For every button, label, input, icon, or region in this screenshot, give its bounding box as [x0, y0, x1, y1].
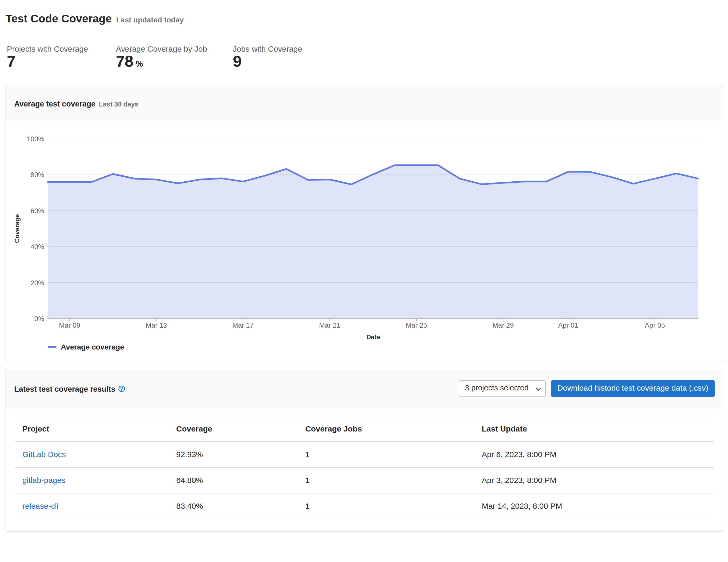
- svg-text:Average coverage: Average coverage: [61, 343, 124, 351]
- svg-text:Apr 01: Apr 01: [558, 321, 578, 329]
- svg-text:80%: 80%: [31, 171, 44, 179]
- svg-text:Apr 05: Apr 05: [645, 321, 665, 329]
- svg-text:Mar 29: Mar 29: [493, 321, 514, 329]
- svg-text:60%: 60%: [31, 207, 44, 215]
- svg-text:Date: Date: [366, 334, 380, 341]
- svg-text:Mar 25: Mar 25: [406, 321, 427, 329]
- svg-text:Coverage: Coverage: [13, 214, 21, 243]
- svg-text:Mar 17: Mar 17: [232, 321, 254, 329]
- svg-text:100%: 100%: [27, 135, 45, 143]
- svg-text:20%: 20%: [31, 279, 44, 287]
- svg-text:0%: 0%: [34, 315, 44, 323]
- svg-text:Mar 09: Mar 09: [59, 321, 80, 329]
- svg-text:Mar 13: Mar 13: [146, 321, 167, 329]
- svg-text:Mar 21: Mar 21: [319, 321, 340, 329]
- svg-text:40%: 40%: [31, 243, 44, 251]
